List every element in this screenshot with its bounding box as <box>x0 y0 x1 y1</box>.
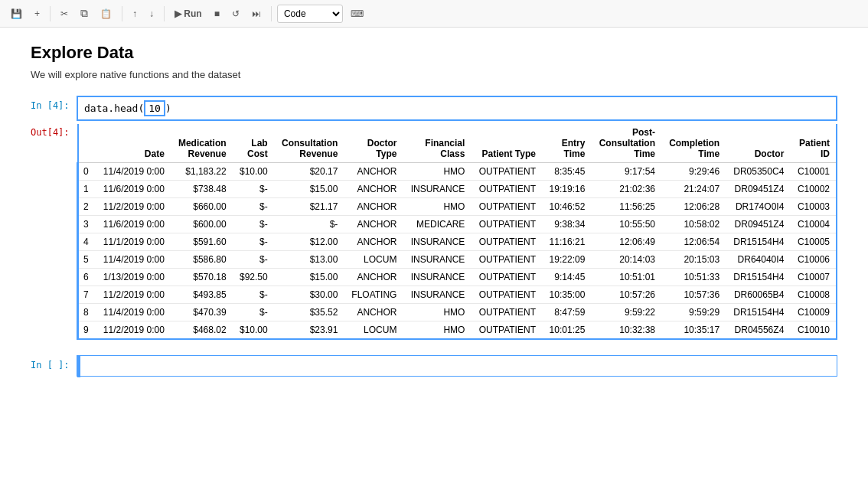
input-cell[interactable]: data.head(10) <box>77 96 837 121</box>
table-cell: 19:22:09 <box>542 251 591 269</box>
table-cell: 11/1/2019 0:00 <box>95 233 171 251</box>
table-cell: 2 <box>78 198 96 216</box>
table-cell: 19:19:16 <box>542 181 591 198</box>
keyboard-button[interactable]: ⌨ <box>346 6 368 21</box>
table-cell: C10006 <box>790 251 837 269</box>
table-cell: HMO <box>403 163 471 181</box>
add-cell-button[interactable]: + <box>30 6 44 21</box>
table-cell: $10.00 <box>233 321 274 340</box>
table-cell: C10008 <box>790 286 837 304</box>
table-cell: OUTPATIENT <box>471 163 542 181</box>
table-cell: DR04556Z4 <box>726 321 790 340</box>
table-cell: 11:56:25 <box>591 198 661 216</box>
table-cell: HMO <box>403 304 471 321</box>
table-row: 311/6/2019 0:00$600.00$-$-ANCHORMEDICARE… <box>78 216 837 233</box>
table-cell: MEDICARE <box>403 216 471 233</box>
table-header: Date MedicationRevenue LabCost Consultat… <box>78 124 837 163</box>
table-cell: $600.00 <box>171 216 233 233</box>
blue-cursor <box>77 356 80 377</box>
table-cell: OUTPATIENT <box>471 198 542 216</box>
table-row: 61/13/2019 0:00$570.18$92.50$15.00ANCHOR… <box>78 269 837 286</box>
table-cell: 9:59:29 <box>661 304 726 321</box>
table-cell: 10:55:50 <box>591 216 661 233</box>
col-header-doctor: Doctor <box>726 124 790 163</box>
table-cell: INSURANCE <box>403 181 471 198</box>
table-cell: $35.52 <box>274 304 344 321</box>
table-cell: 12:06:49 <box>591 233 661 251</box>
table-cell: $- <box>233 251 274 269</box>
table-cell: OUTPATIENT <box>471 304 542 321</box>
table-cell: 11/6/2019 0:00 <box>95 181 171 198</box>
cell-type-select[interactable]: Code Markdown Raw <box>277 5 343 23</box>
col-header-patient-id: PatientID <box>790 124 837 163</box>
table-cell: OUTPATIENT <box>471 216 542 233</box>
restart-button[interactable]: ↺ <box>227 6 244 21</box>
divider-2 <box>122 6 122 21</box>
col-header-post-consult: Post-ConsultationTime <box>591 124 661 163</box>
table-cell: $- <box>233 216 274 233</box>
table-cell: 9:14:45 <box>542 269 591 286</box>
table-cell: 10:51:33 <box>661 269 726 286</box>
table-row: 711/2/2019 0:00$493.85$-$30.00FLOATINGIN… <box>78 286 837 304</box>
table-cell: LOCUM <box>344 251 403 269</box>
copy-button[interactable]: ⧉ <box>76 5 93 22</box>
table-cell: ANCHOR <box>344 269 403 286</box>
table-cell: C10004 <box>790 216 837 233</box>
notebook-body: Explore Data We will explore native func… <box>0 28 868 395</box>
paste-button[interactable]: 📋 <box>96 6 116 21</box>
data-table: Date MedicationRevenue LabCost Consultat… <box>77 124 837 340</box>
table-cell: 12:06:28 <box>661 198 726 216</box>
table-cell: 11:16:21 <box>542 233 591 251</box>
table-cell: $468.02 <box>171 321 233 340</box>
table-cell: HMO <box>403 198 471 216</box>
table-cell: DR15154H4 <box>726 304 790 321</box>
restart-run-button[interactable]: ⏭ <box>247 6 266 21</box>
move-down-button[interactable]: ↓ <box>145 6 158 21</box>
run-button[interactable]: ▶ Run <box>170 6 207 21</box>
table-cell: C10009 <box>790 304 837 321</box>
table-cell: $15.00 <box>274 269 344 286</box>
table-cell: $10.00 <box>233 163 274 181</box>
table-cell: 5 <box>78 251 96 269</box>
table-cell: $570.18 <box>171 269 233 286</box>
move-up-button[interactable]: ↑ <box>128 6 142 21</box>
table-cell: 0 <box>78 163 96 181</box>
table-cell: 1 <box>78 181 96 198</box>
table-cell: 1/13/2019 0:00 <box>95 269 171 286</box>
table-cell: 7 <box>78 286 96 304</box>
table-cell: DR60065B4 <box>726 286 790 304</box>
table-row: 811/4/2019 0:00$470.39$-$35.52ANCHORHMOO… <box>78 304 837 321</box>
col-header-lab-cost: LabCost <box>233 124 274 163</box>
table-cell: 10:57:36 <box>661 286 726 304</box>
table-cell: ANCHOR <box>344 181 403 198</box>
code-highlight: 10 <box>144 100 165 116</box>
table-row: 911/2/2019 0:00$468.02$10.00$23.91LOCUMH… <box>78 321 837 340</box>
table-cell: $738.48 <box>171 181 233 198</box>
table-cell: 9:17:54 <box>591 163 661 181</box>
table-cell: LOCUM <box>344 321 403 340</box>
stop-button[interactable]: ■ <box>210 6 224 21</box>
table-cell: 8 <box>78 304 96 321</box>
table-row: 211/2/2019 0:00$660.00$-$21.17ANCHORHMOO… <box>78 198 837 216</box>
table-cell: C10002 <box>790 181 837 198</box>
table-body: 011/4/2019 0:00$1,183.22$10.00$20.17ANCH… <box>78 163 837 340</box>
section-title: Explore Data <box>31 43 837 63</box>
save-button[interactable]: 💾 <box>6 6 27 21</box>
table-cell: INSURANCE <box>403 251 471 269</box>
col-header-date: Date <box>95 124 171 163</box>
col-header-entry-time: EntryTime <box>542 124 591 163</box>
divider-4 <box>271 6 272 21</box>
table-cell: ANCHOR <box>344 163 403 181</box>
table-cell: 8:47:59 <box>542 304 591 321</box>
table-cell: 11/6/2019 0:00 <box>95 216 171 233</box>
empty-cell-wrapper: In [ ]: <box>31 355 837 377</box>
table-cell: $23.91 <box>274 321 344 340</box>
cut-button[interactable]: ✂ <box>56 6 73 21</box>
table-cell: 9:29:46 <box>661 163 726 181</box>
empty-cell[interactable] <box>77 355 837 377</box>
table-cell: OUTPATIENT <box>471 321 542 340</box>
table-cell: 20:15:03 <box>661 251 726 269</box>
table-cell: OUTPATIENT <box>471 286 542 304</box>
table-cell: DR09451Z4 <box>726 216 790 233</box>
table-cell: $- <box>233 304 274 321</box>
